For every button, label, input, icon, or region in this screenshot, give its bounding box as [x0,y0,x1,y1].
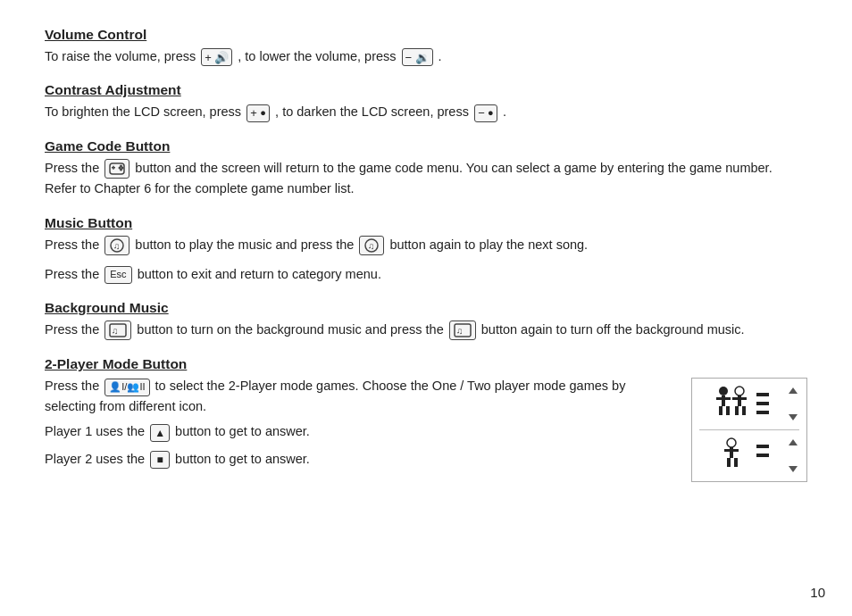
bg-music-on-text: button to turn on the background music a… [137,322,447,337]
volume-lower-text: , to lower the volume, press [238,49,396,63]
game-code-icon [109,162,125,176]
music-press-text: Press the [45,237,103,252]
svg-point-15 [719,387,728,395]
scroll-up-arrow-2 [789,439,798,445]
two-player-p2-btn: ■ [150,451,170,469]
contrast-darken-text: , to darken the LCD screen, press [275,104,469,119]
svg-rect-21 [738,395,741,406]
svg-rect-16 [722,395,725,406]
music-play-text: button to play the music and press the [135,237,357,252]
bg-music-icon-1: ♫ [109,323,127,337]
volume-control-title: Volume Control [45,27,807,43]
background-music-section: Background Music Press the ♫ button to t… [45,300,807,340]
svg-rect-25 [756,393,769,396]
arrow-col-top [787,384,799,424]
two-player-p2-answer-text: button to get to answer. [175,452,310,466]
svg-rect-26 [756,402,769,405]
img-panel-top [699,384,799,430]
contrast-adjustment-body: To brighten the LCD screen, press + ● , … [45,102,807,121]
two-player-title: 2-Player Mode Button [45,356,807,372]
game-code-press-text: Press the [45,161,103,175]
music-icon-2: ♫ [363,238,380,253]
img-panel-bottom [699,430,799,476]
volume-down-button: − 🔉 [402,48,433,66]
bg-music-btn2: ♫ [449,320,476,340]
two-player-icons-top [707,384,779,424]
background-music-body: Press the ♫ button to turn on the backgr… [45,320,807,340]
two-player-p2-text: Player 2 uses the [45,452,148,466]
volume-raise-text: To raise the volume, press [45,49,196,63]
two-player-p2-body: Player 2 uses the ■ button to get to ans… [45,449,673,469]
volume-end: . [439,49,442,63]
contrast-up-button: + ● [246,104,270,122]
svg-rect-6 [113,166,115,170]
two-player-p1-text: Player 1 uses the [45,424,148,438]
game-code-btn [104,159,129,179]
svg-rect-19 [726,406,730,415]
svg-rect-31 [727,458,731,467]
svg-rect-18 [719,406,723,415]
music-esc-text: button to exit and return to category me… [138,267,381,281]
two-player-content: Press the 👤I/👥II to select the 2-Player … [45,376,807,482]
svg-rect-24 [742,406,746,415]
two-player-btn-symbol: 👤I/👥II [109,382,145,392]
svg-text:♫: ♫ [113,241,121,251]
volume-control-section: Volume Control To raise the volume, pres… [45,27,807,66]
bg-music-icon-2: ♫ [454,323,472,337]
two-player-p1-body: Player 1 uses the ▲ button to get to ans… [45,421,673,441]
two-player-image-panel [691,378,807,482]
bg-music-btn1: ♫ [104,320,131,340]
game-code-title: Game Code Button [45,138,807,154]
music-next-text: button again to play the next song. [389,237,588,252]
svg-text:♫: ♫ [368,241,375,251]
svg-rect-23 [735,406,739,415]
two-player-p1-btn: ▲ [150,424,170,442]
svg-rect-27 [756,411,769,414]
music-esc-press-text: Press the [45,267,103,281]
two-player-mode-btn: 👤I/👥II [104,379,149,396]
two-player-body1: Press the 👤I/👥II to select the 2-Player … [45,376,673,416]
bg-music-off-text: button again to turn off the background … [481,322,745,337]
svg-rect-33 [756,445,769,448]
music-play-btn: ♫ [104,236,129,255]
contrast-adjustment-title: Contrast Adjustment [45,82,807,98]
contrast-adjustment-section: Contrast Adjustment To brighten the LCD … [45,82,807,121]
bg-music-press-text: Press the [45,322,103,337]
svg-point-28 [727,438,736,447]
game-code-body: Press the button and the screen will ret… [45,158,807,199]
contrast-down-button: − ● [474,104,497,122]
two-player-press-text: Press the [45,379,103,393]
volume-control-body: To raise the volume, press + 🔊 , to lowe… [45,46,807,66]
game-code-desc: button and the screen will return to the… [45,161,773,196]
img-bottom-figures [699,436,787,476]
page-number: 10 [810,585,825,600]
svg-text:♫: ♫ [112,326,119,336]
scroll-down-arrow-2 [789,466,798,472]
music-button-title: Music Button [45,215,807,231]
arrow-col-bottom [787,436,799,476]
music-icon-1: ♫ [109,238,125,253]
svg-rect-29 [730,447,733,458]
svg-rect-32 [734,458,738,467]
svg-text:♫: ♫ [456,326,464,336]
two-player-p1-answer-text: button to get to answer. [175,424,310,438]
contrast-brighten-text: To brighten the LCD screen, press [45,104,241,119]
volume-up-button: + 🔊 [201,48,232,66]
music-next-btn: ♫ [359,236,384,255]
two-player-section: 2-Player Mode Button Press the 👤I/👥II to… [45,356,807,482]
game-code-section: Game Code Button Press the button and th… [45,138,807,199]
background-music-title: Background Music [45,300,807,316]
music-button-section: Music Button Press the ♫ button to play … [45,215,807,285]
contrast-end: . [503,104,506,119]
music-button-body: Press the ♫ button to play the music and… [45,235,807,255]
svg-point-4 [120,169,122,171]
scroll-down-arrow [789,414,798,420]
two-player-text-block: Press the 👤I/👥II to select the 2-Player … [45,376,673,469]
svg-point-20 [735,387,744,395]
svg-point-3 [120,165,122,168]
music-esc-btn: Esc [104,266,131,284]
svg-rect-17 [716,397,731,400]
scroll-up-arrow [789,387,798,394]
music-esc-body: Press the Esc button to exit and return … [45,264,807,284]
svg-rect-22 [732,397,747,400]
